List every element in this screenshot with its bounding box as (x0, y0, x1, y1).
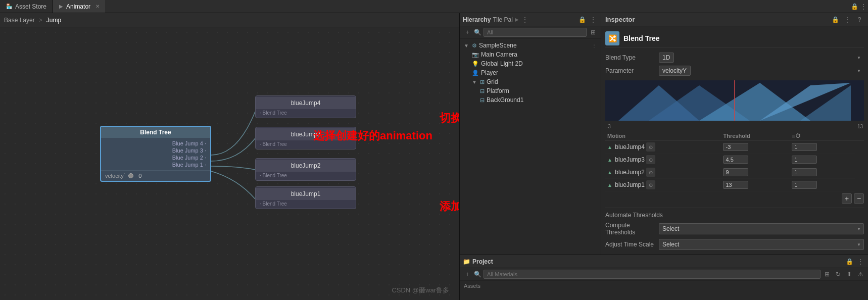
blend-tree-node[interactable]: Blend Tree Blue Jump 4 · Blue Jump 3 · B… (100, 126, 211, 182)
threshold-input-1[interactable] (723, 181, 748, 189)
hierarchy-panel: Hierarchy Tile Pal ▶ ⋮ 🔒 ⋮ + 🔍 ⊞ ▼ (460, 13, 601, 255)
project-icon3[interactable]: ⬆ (845, 270, 854, 279)
tree-item-grid[interactable]: ▼ ⊞ Grid (460, 77, 601, 86)
tab-asset-store[interactable]: 🏪 Asset Store (0, 0, 53, 13)
anim-node-sub-3: · Blend Tree (256, 140, 356, 148)
speed-input-3[interactable] (792, 156, 817, 164)
play-btn-1[interactable]: ⊙ (646, 180, 655, 189)
anim-node-sub-4: · Blend Tree (256, 109, 356, 117)
table-actions: + − (605, 191, 864, 206)
add-hierarchy-btn[interactable]: + (463, 28, 472, 37)
blend-viz-svg (605, 80, 864, 121)
hierarchy-lock[interactable]: 🔒 (577, 15, 587, 24)
speed-input-4[interactable] (792, 143, 817, 151)
inspector-bt-header: 🔀 Blend Tree (605, 29, 864, 48)
node-footer: velocity` 0 (101, 170, 210, 181)
hierarchy-tree: ▼ ⚙ SampleScene ⋮ 📷 Main Camera 💡 Global… (460, 39, 601, 255)
anim-node-title-4: blueJump4 (256, 97, 356, 109)
threshold-cell-3 (721, 154, 790, 166)
project-panel: 📁 Project 🔒 ⋮ + 🔍 ⊞ ↻ ⬆ ⚠ Assets (460, 255, 868, 300)
hierarchy-more[interactable]: ⋮ (589, 15, 598, 24)
parameter-select[interactable]: velocityY (659, 66, 691, 76)
threshold-cell-2 (721, 166, 790, 179)
add-motion-btn[interactable]: + (842, 193, 852, 204)
remove-motion-btn[interactable]: − (854, 193, 864, 204)
anim-node-bluejump3[interactable]: blueJump3 · Blend Tree (255, 127, 356, 149)
hierarchy-search[interactable] (484, 28, 587, 37)
table-row: ▲ blueJump3 ⊙ (605, 154, 864, 166)
project-more[interactable]: ⋮ (856, 257, 865, 266)
scene-more[interactable]: ⋮ (592, 43, 597, 48)
compute-thresholds-select[interactable]: Select (659, 223, 864, 234)
more-icon[interactable]: ⋮ (859, 2, 868, 11)
tree-item-globallight[interactable]: 💡 Global Light 2D (460, 59, 601, 68)
play-btn-4[interactable]: ⊙ (646, 142, 655, 152)
anim-node-bluejump1[interactable]: blueJump1 · Blend Tree (255, 186, 356, 209)
project-folder-icon: 📁 (463, 258, 470, 265)
anim-node-title-1: blueJump1 (256, 188, 356, 200)
velocity-slider[interactable] (128, 173, 133, 178)
project-icon4[interactable]: ⚠ (856, 270, 865, 279)
player-icon: 👤 (472, 70, 479, 76)
speed-input-1[interactable] (792, 181, 817, 189)
speed-input-2[interactable] (792, 168, 817, 176)
tile-pal-tab[interactable]: Tile Pal (493, 16, 513, 23)
tree-item-player[interactable]: 👤 Player (460, 68, 601, 77)
automate-section: Automate Thresholds Compute Thresholds S… (605, 208, 864, 252)
inspector-more[interactable]: ⋮ (843, 15, 852, 24)
hierarchy-toolbar: + 🔍 ⊞ (460, 26, 601, 39)
inspector-title: Inspector (605, 16, 635, 23)
threshold-input-2[interactable] (723, 168, 748, 176)
tab-animator[interactable]: ▶ Animator ✕ (53, 0, 106, 13)
breadcrumb-jump[interactable]: Jump (46, 17, 61, 24)
play-btn-3[interactable]: ⊙ (646, 155, 655, 164)
blend-type-select[interactable]: 1D (659, 53, 674, 63)
speed-cell-3 (790, 154, 855, 166)
motion-col-header: Motion (605, 131, 721, 141)
inspector-help[interactable]: ? (855, 15, 864, 24)
project-lock[interactable]: 🔒 (845, 257, 854, 266)
camera-name: Main Camera (481, 51, 517, 58)
tab-close-icon[interactable]: ✕ (95, 4, 100, 9)
blend-type-label: Blend Type (605, 54, 656, 61)
node-item-3: Blue Jump 2 · (105, 154, 206, 161)
parameter-row: Parameter velocityY (605, 64, 864, 77)
adjust-time-scale-select[interactable]: Select (659, 239, 864, 250)
top-tab-bar: 🏪 Asset Store ▶ Animator ✕ 🔒 ⋮ (0, 0, 868, 13)
automate-header: Automate Thresholds (605, 210, 864, 220)
compute-thresholds-label: Compute Thresholds (605, 222, 656, 236)
play-btn-2[interactable]: ⊙ (646, 168, 655, 177)
project-icon2[interactable]: ↻ (834, 270, 843, 279)
lock-icon[interactable]: 🔒 (850, 2, 859, 11)
speed-cell-4 (790, 141, 855, 154)
breadcrumb: Base Layer > Jump (0, 13, 459, 27)
inspector-lock[interactable]: 🔒 (831, 15, 840, 24)
tree-item-samplescene[interactable]: ▼ ⚙ SampleScene ⋮ (460, 41, 601, 50)
annot-arrow-4 (455, 126, 459, 141)
motion-name-2: blueJump2 (615, 169, 645, 176)
animator-canvas[interactable]: Blend Tree Blue Jump 4 · Blue Jump 3 · B… (0, 27, 459, 300)
tree-item-background[interactable]: ⊟ BackGround1 (460, 95, 601, 105)
add-asset-btn[interactable]: + (463, 270, 472, 279)
tile-pal-more[interactable]: ⋮ (522, 16, 528, 23)
project-search[interactable] (484, 270, 821, 279)
anim-node-bluejump4[interactable]: blueJump4 · Blend Tree (255, 95, 356, 118)
connections-svg (0, 27, 459, 249)
mirror-col-header (855, 131, 864, 141)
animator-panel: Base Layer > Jump Blend Tree Blue Jump 4… (0, 13, 460, 300)
blend-type-row: Blend Type 1D (605, 51, 864, 64)
breadcrumb-base-layer[interactable]: Base Layer (4, 17, 35, 24)
store-icon: 🏪 (6, 4, 12, 9)
project-icon1[interactable]: ⊞ (823, 270, 832, 279)
threshold-input-4[interactable] (723, 143, 748, 151)
anim-node-bluejump2[interactable]: blueJump2 · Blend Tree (255, 158, 356, 181)
motion-name-4: blueJump4 (615, 143, 645, 151)
range-max: 13 (857, 124, 863, 129)
light-icon: 💡 (472, 61, 479, 67)
threshold-input-3[interactable] (723, 156, 748, 164)
speed-col-header: ≡⏱ (790, 131, 855, 141)
tree-item-maincamera[interactable]: 📷 Main Camera (460, 50, 601, 59)
tree-item-platform[interactable]: ⊟ Platform (460, 86, 601, 95)
bg-name: BackGround1 (487, 96, 523, 104)
hierarchy-filter[interactable]: ⊞ (589, 28, 598, 37)
